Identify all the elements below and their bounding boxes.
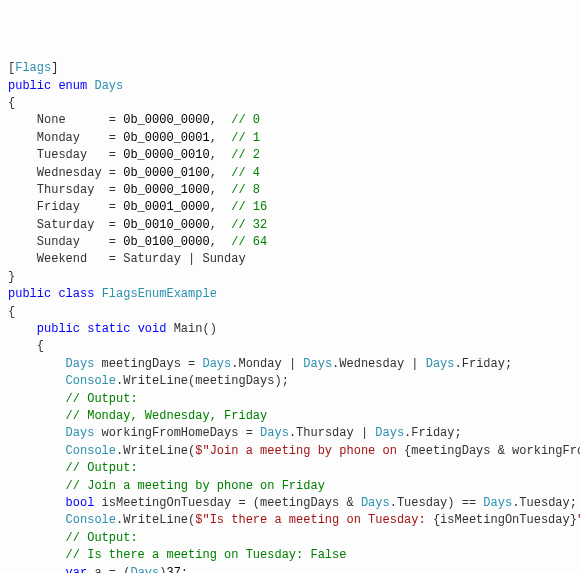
comment: // Join a meeting by phone on Friday [66,479,325,493]
comment: // 64 [231,235,267,249]
code-line: None = 0b_0000_0000, // 0 [8,112,572,129]
code-line: Monday = 0b_0000_0001, // 1 [8,130,572,147]
indent [8,479,66,493]
type-name: Days [375,426,404,440]
binary-literal: 0b_0100_0000 [123,235,209,249]
code-text: .Tuesday; [512,496,577,510]
enum-member: Friday = [8,200,123,214]
code-text: .Monday | [231,357,303,371]
keyword: var [66,566,88,574]
binary-literal: 0b_0000_0010 [123,148,209,162]
string-literal: $"Is there a meeting on Tuesday: [195,513,433,527]
binary-literal: 0b_0000_0100 [123,166,209,180]
keyword: enum [58,79,87,93]
indent [8,548,66,562]
code-text: .WriteLine( [116,444,195,458]
code-block: [Flags]public enum Days{ None = 0b_0000_… [8,60,572,573]
code-line: public class FlagsEnumExample [8,286,572,303]
comment: // Output: [66,392,138,406]
enum-member: Monday = [8,131,123,145]
method-name: Main() [166,322,216,336]
punct: , [210,183,232,197]
keyword: public [8,287,51,301]
code-line: Friday = 0b_0001_0000, // 16 [8,199,572,216]
code-line: } [8,269,572,286]
comment: // 32 [231,218,267,232]
type-name: Days [202,357,231,371]
type-name: Days [260,426,289,440]
indent [8,513,66,527]
code-line: Days workingFromHomeDays = Days.Thursday… [8,425,572,442]
code-line: Weekend = Saturday | Sunday [8,251,572,268]
code-text: .WriteLine( [116,513,195,527]
code-line: Tuesday = 0b_0000_0010, // 2 [8,147,572,164]
comment: // Output: [66,531,138,545]
enum-member: None = [8,113,123,127]
punct: , [210,235,232,249]
indent [8,566,66,574]
punct: , [210,131,232,145]
indent [8,444,66,458]
code-text: isMeetingOnTuesday = (meetingDays & [94,496,360,510]
code-line: Days meetingDays = Days.Monday | Days.We… [8,356,572,373]
code-line: var a = (Days)37; [8,565,572,574]
punct: , [210,113,232,127]
code-text: .Tuesday) == [390,496,484,510]
indent [8,531,66,545]
code-line: Saturday = 0b_0010_0000, // 32 [8,217,572,234]
enum-member: Wednesday = [8,166,123,180]
code-line: // Output: [8,530,572,547]
code-line: { [8,338,572,355]
comment: // Is there a meeting on Tuesday: False [66,548,347,562]
comment: // 8 [231,183,260,197]
code-line: Thursday = 0b_0000_1000, // 8 [8,182,572,199]
code-line: public enum Days [8,78,572,95]
type-name: Days [130,566,159,574]
type-name: Days [94,79,123,93]
code-line: bool isMeetingOnTuesday = (meetingDays &… [8,495,572,512]
code-line: Wednesday = 0b_0000_0100, // 4 [8,165,572,182]
code-line: // Output: [8,391,572,408]
comment: // 2 [231,148,260,162]
indent [8,357,66,371]
binary-literal: 0b_0000_0000 [123,113,209,127]
indent [8,322,37,336]
indent [8,374,66,388]
type-name: Days [66,357,95,371]
keyword: class [58,287,94,301]
indent [8,461,66,475]
code-line: // Is there a meeting on Tuesday: False [8,547,572,564]
space [130,322,137,336]
type-name: Console [66,374,116,388]
code-text: workingFromHomeDays = [94,426,260,440]
code-text: .Thursday | [289,426,375,440]
code-text: a = ( [87,566,130,574]
comment: // 0 [231,113,260,127]
comment: // Output: [66,461,138,475]
interpolation: {isMeetingOnTuesday} [433,513,577,527]
code-text: meetingDays = [94,357,202,371]
keyword: public [37,322,80,336]
enum-member: Thursday = [8,183,123,197]
number-literal: 37 [166,566,180,574]
code-text: ; [181,566,188,574]
code-line: // Join a meeting by phone on Friday [8,478,572,495]
code-line: Console.WriteLine($"Is there a meeting o… [8,512,572,529]
enum-member: Saturday = [8,218,123,232]
code-line: Console.WriteLine($"Join a meeting by ph… [8,443,572,460]
enum-member: Tuesday = [8,148,123,162]
space [94,287,101,301]
code-line: public static void Main() [8,321,572,338]
code-text: .Friday; [404,426,462,440]
binary-literal: 0b_0001_0000 [123,200,209,214]
keyword: static [87,322,130,336]
indent [8,409,66,423]
enum-member: Sunday = [8,235,123,249]
code-line: // Output: [8,460,572,477]
code-line: { [8,304,572,321]
attribute: Flags [15,61,51,75]
indent [8,496,66,510]
keyword: void [138,322,167,336]
code-line: Sunday = 0b_0100_0000, // 64 [8,234,572,251]
bracket: ] [51,61,58,75]
